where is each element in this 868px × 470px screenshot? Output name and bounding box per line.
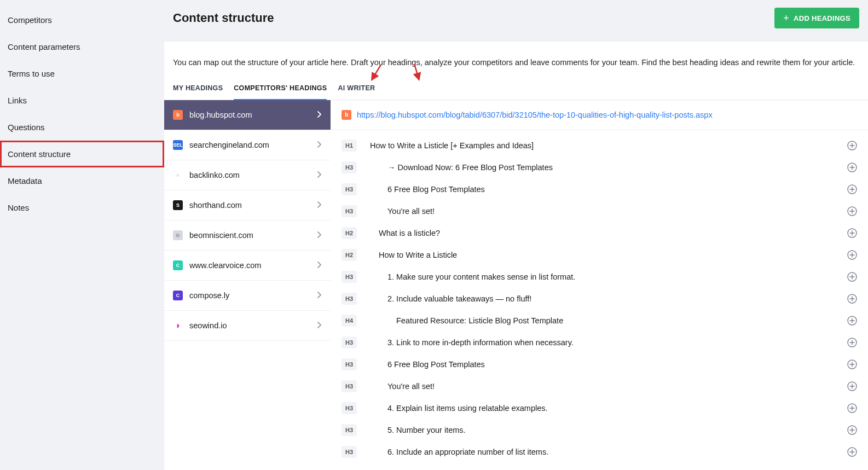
heading-row: H3You're all set!	[331, 375, 868, 397]
heading-tag: H3	[342, 271, 357, 283]
competitor-favicon-icon: C	[173, 260, 183, 270]
add-heading-icon[interactable]	[847, 294, 857, 304]
heading-text: You're all set!	[370, 207, 435, 216]
competitor-favicon-icon: C	[173, 291, 183, 300]
competitor-item[interactable]: Ccompose.ly	[164, 281, 331, 311]
heading-row: H36 Free Blog Post Templates	[331, 178, 868, 200]
source-favicon-icon: b	[342, 110, 351, 120]
heading-text: 3. Link to more in-depth information whe…	[370, 338, 574, 347]
heading-tag: H3	[342, 446, 357, 458]
competitor-item[interactable]: ◗seowind.io	[164, 311, 331, 341]
sidebar-item-content-structure[interactable]: Content structure	[0, 141, 164, 167]
sidebar-item-notes[interactable]: Notes	[0, 194, 164, 221]
description-text: You can map out the structure of your ar…	[164, 57, 868, 69]
tabs-wrap: MY HEADINGSCOMPETITORS' HEADINGSAI WRITE…	[164, 69, 868, 100]
chevron-right-icon	[317, 141, 322, 149]
main: Content structure + ADD HEADINGS You can…	[164, 0, 868, 470]
heading-text: 6 Free Blog Post Templates	[370, 360, 485, 369]
add-heading-icon[interactable]	[847, 206, 857, 216]
add-heading-icon[interactable]	[847, 228, 857, 238]
heading-tag: H3	[342, 293, 357, 305]
headings-panel: b https://blog.hubspot.com/blog/tabid/63…	[331, 100, 868, 470]
source-url-link[interactable]: https://blog.hubspot.com/blog/tabid/6307…	[357, 111, 713, 119]
competitor-item[interactable]: ○backlinko.com	[164, 160, 331, 190]
sidebar: CompetitorsContent parametersTerms to us…	[0, 0, 164, 470]
competitor-favicon-icon: b	[173, 110, 183, 120]
add-heading-icon[interactable]	[847, 250, 857, 260]
heading-text: 1. Make sure your content makes sense in…	[370, 272, 575, 281]
competitor-item[interactable]: Cwww.clearvoice.com	[164, 251, 331, 281]
chevron-right-icon	[317, 201, 322, 210]
competitor-domain: backlinko.com	[189, 171, 240, 179]
heading-row: H36. Include an appropriate number of li…	[331, 441, 868, 463]
chevron-right-icon	[317, 111, 322, 119]
heading-text: 6 Free Blog Post Templates	[370, 185, 485, 194]
heading-tag: H3	[342, 402, 357, 414]
heading-row: H32. Include valuable takeaways — no flu…	[331, 288, 868, 310]
competitor-domain: blog.hubspot.com	[189, 111, 252, 119]
competitor-favicon-icon: SEL	[173, 140, 183, 150]
heading-row: H34. Explain list items using relatable …	[331, 397, 868, 419]
heading-tag: H3	[342, 424, 357, 436]
add-heading-icon[interactable]	[847, 272, 857, 282]
add-heading-icon[interactable]	[847, 381, 857, 391]
chevron-right-icon	[317, 291, 322, 300]
tab-ai-writer[interactable]: AI WRITER	[338, 84, 375, 100]
tab-competitors-headings[interactable]: COMPETITORS' HEADINGS	[234, 84, 327, 100]
competitor-item[interactable]: Sshorthand.com	[164, 190, 331, 221]
chevron-right-icon	[317, 321, 322, 330]
competitor-domain: shorthand.com	[189, 201, 242, 210]
chevron-right-icon	[317, 261, 322, 270]
competitor-item[interactable]: ⊙beomniscient.com	[164, 221, 331, 251]
sidebar-item-content-parameters[interactable]: Content parameters	[0, 33, 164, 60]
header: Content structure + ADD HEADINGS	[164, 0, 868, 42]
heading-tag: H3	[342, 380, 357, 392]
heading-tag: H3	[342, 183, 357, 195]
add-heading-icon[interactable]	[847, 338, 857, 347]
sidebar-item-metadata[interactable]: Metadata	[0, 167, 164, 194]
sidebar-item-links[interactable]: Links	[0, 87, 164, 114]
competitor-favicon-icon: ○	[173, 170, 183, 180]
chevron-right-icon	[317, 171, 322, 179]
add-heading-icon[interactable]	[847, 163, 857, 172]
competitor-item[interactable]: bblog.hubspot.com	[164, 100, 331, 130]
add-heading-icon[interactable]	[847, 359, 857, 369]
body: bblog.hubspot.comSELsearchengineland.com…	[164, 100, 868, 470]
add-heading-icon[interactable]	[847, 316, 857, 326]
competitor-favicon-icon: ◗	[173, 321, 183, 330]
heading-row: H31. Make sure your content makes sense …	[331, 266, 868, 288]
heading-text: You're all set!	[370, 382, 435, 391]
competitor-favicon-icon: ⊙	[173, 230, 183, 240]
sidebar-item-terms-to-use[interactable]: Terms to use	[0, 60, 164, 87]
content-card: You can map out the structure of your ar…	[164, 42, 868, 470]
heading-tag: H3	[342, 336, 357, 349]
heading-tag: H3	[342, 161, 357, 173]
add-headings-button[interactable]: + ADD HEADINGS	[774, 8, 859, 28]
add-heading-icon[interactable]	[847, 447, 857, 457]
sidebar-item-questions[interactable]: Questions	[0, 114, 164, 141]
competitor-domain: compose.ly	[189, 291, 229, 300]
heading-text: What is a listicle?	[370, 229, 440, 237]
competitor-item[interactable]: SELsearchengineland.com	[164, 130, 331, 160]
tab-my-headings[interactable]: MY HEADINGS	[173, 84, 223, 100]
heading-text: 5. Number your items.	[370, 426, 466, 434]
competitor-favicon-icon: S	[173, 200, 183, 210]
tabs: MY HEADINGSCOMPETITORS' HEADINGSAI WRITE…	[164, 69, 868, 100]
sidebar-item-competitors[interactable]: Competitors	[0, 7, 164, 33]
heading-row: H2What is a listicle?	[331, 222, 868, 244]
add-headings-label: ADD HEADINGS	[794, 14, 850, 22]
add-heading-icon[interactable]	[847, 141, 857, 150]
heading-tag: H3	[342, 358, 357, 370]
competitor-domain: seowind.io	[189, 321, 227, 330]
competitor-domain: www.clearvoice.com	[189, 261, 261, 270]
add-heading-icon[interactable]	[847, 184, 857, 194]
heading-row: H33. Link to more in-depth information w…	[331, 332, 868, 353]
heading-row: H3You're all set!	[331, 200, 868, 222]
add-heading-icon[interactable]	[847, 425, 857, 435]
heading-text: 4. Explain list items using relatable ex…	[370, 404, 548, 413]
heading-tag: H2	[342, 249, 357, 261]
heading-row: H35. Number your items.	[331, 419, 868, 441]
heading-tag: H3	[342, 205, 357, 217]
add-heading-icon[interactable]	[847, 403, 857, 413]
heading-tag: H4	[342, 315, 357, 327]
